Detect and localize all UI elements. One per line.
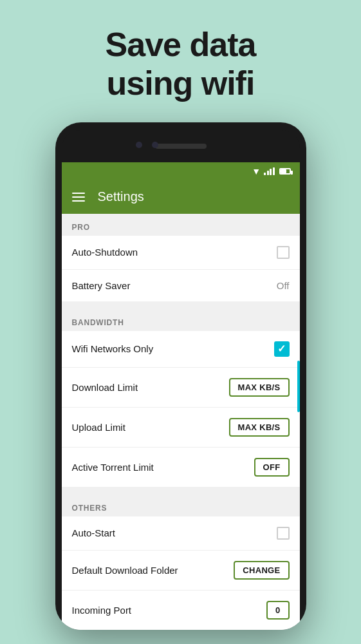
- section-label-others: OTHERS: [62, 495, 300, 516]
- phone-frame: ▼ Settings: [55, 122, 306, 630]
- hero-section: Save data using wifi: [0, 0, 361, 122]
- active-torrent-limit-button[interactable]: OFF: [254, 458, 290, 477]
- auto-start-checkbox[interactable]: [277, 527, 290, 540]
- phone-top-bar: [62, 130, 300, 162]
- active-torrent-limit-label: Active Torrent Limit: [72, 462, 154, 473]
- battery-saver-value: Off: [277, 280, 290, 291]
- scrollbar-indicator[interactable]: [297, 361, 300, 412]
- table-row: Incoming Port 0: [62, 591, 300, 630]
- table-row: Wifi Networks Only ✓: [62, 331, 300, 368]
- wifi-networks-only-label: Wifi Networks Only: [72, 343, 154, 354]
- section-label-bandwidth: BANDWIDTH: [62, 309, 300, 331]
- table-row: Default Download Folder CHANGE: [62, 551, 300, 591]
- default-download-folder-label: Default Download Folder: [72, 565, 178, 576]
- battery-saver-label: Battery Saver: [72, 280, 131, 291]
- upload-limit-button[interactable]: MAX KB/S: [229, 418, 290, 437]
- auto-shutdown-label: Auto-Shutdown: [72, 247, 138, 258]
- table-row: Battery Saver Off: [62, 270, 300, 301]
- camera-dot-left: [136, 142, 142, 148]
- divider-1: [62, 301, 300, 309]
- battery-icon: [279, 168, 291, 175]
- incoming-port-label: Incoming Port: [72, 605, 132, 616]
- table-row: Auto-Shutdown: [62, 236, 300, 270]
- wifi-networks-only-checkbox[interactable]: ✓: [274, 341, 290, 357]
- wifi-icon: ▼: [252, 166, 261, 176]
- table-row: Download Limit MAX KB/S: [62, 368, 300, 408]
- hero-title-line2: using wifi: [0, 64, 361, 103]
- section-label-pro: PRO: [62, 214, 300, 236]
- speaker: [155, 144, 207, 149]
- signal-bars: [264, 167, 275, 175]
- settings-group-pro: Auto-Shutdown Battery Saver Off: [62, 236, 300, 301]
- auto-start-label: Auto-Start: [72, 527, 116, 538]
- settings-group-others: Auto-Start Default Download Folder CHANG…: [62, 516, 300, 630]
- download-limit-label: Download Limit: [72, 382, 138, 393]
- camera-dot-right: [152, 142, 158, 148]
- divider-2: [62, 487, 300, 495]
- table-row: Upload Limit MAX KB/S: [62, 408, 300, 448]
- hamburger-menu[interactable]: [72, 193, 85, 202]
- incoming-port-button[interactable]: 0: [266, 601, 290, 620]
- settings-group-bandwidth: Wifi Networks Only ✓ Download Limit MAX …: [62, 331, 300, 487]
- table-row: Auto-Start: [62, 516, 300, 551]
- auto-shutdown-checkbox[interactable]: [277, 246, 290, 259]
- upload-limit-label: Upload Limit: [72, 422, 125, 433]
- app-title: Settings: [98, 189, 144, 204]
- status-icons: ▼: [252, 166, 290, 176]
- default-download-folder-button[interactable]: CHANGE: [234, 561, 289, 580]
- app-bar: Settings: [62, 180, 300, 214]
- settings-content: PRO Auto-Shutdown Battery Saver Off BAND…: [62, 214, 300, 630]
- download-limit-button[interactable]: MAX KB/S: [229, 378, 290, 397]
- hero-title-line1: Save data: [0, 26, 361, 64]
- status-bar: ▼: [62, 162, 300, 180]
- table-row: Active Torrent Limit OFF: [62, 448, 300, 487]
